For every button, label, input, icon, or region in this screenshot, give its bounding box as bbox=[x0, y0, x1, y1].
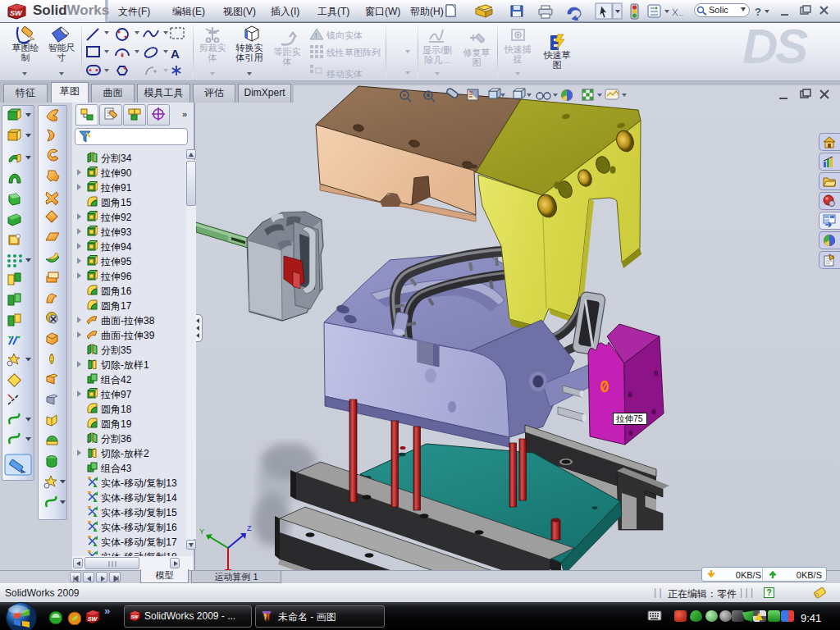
svg-text:Y: Y bbox=[199, 527, 204, 536]
svg-text:..: .. bbox=[679, 9, 683, 17]
svg-text:!: ! bbox=[315, 31, 317, 39]
svg-text:SW: SW bbox=[131, 614, 139, 619]
svg-text:Z: Z bbox=[247, 524, 252, 532]
svg-text:A: A bbox=[171, 47, 180, 61]
svg-text:SW: SW bbox=[88, 615, 98, 623]
svg-text:?: ? bbox=[755, 6, 761, 18]
svg-text:SW: SW bbox=[10, 9, 23, 17]
